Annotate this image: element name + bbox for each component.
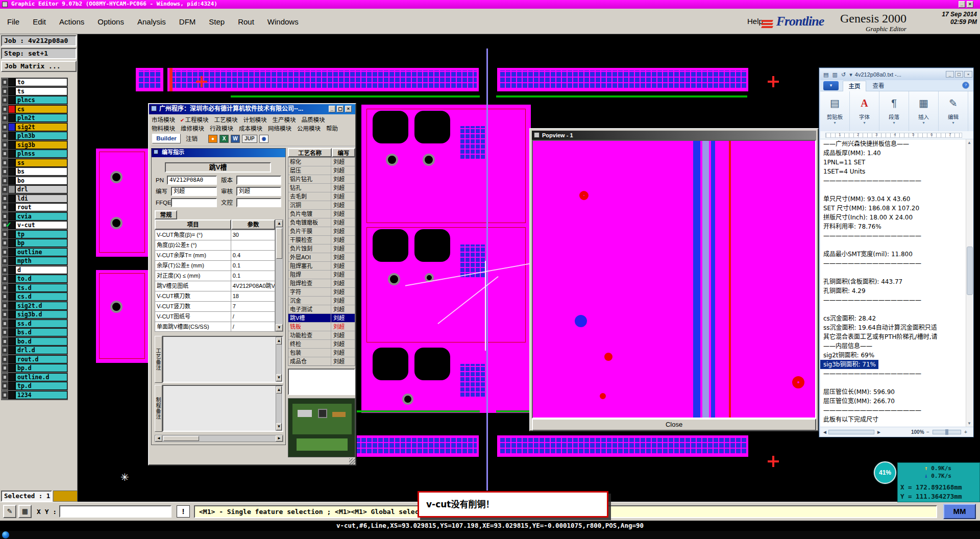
- minimize-button[interactable]: _: [959, 1, 965, 8]
- layer-name[interactable]: outline.d: [15, 373, 67, 381]
- zoom-slider-thumb[interactable]: [945, 429, 948, 435]
- layer-color-chip[interactable]: [8, 132, 15, 140]
- ribbon-group[interactable]: ✎ 编辑: [939, 91, 968, 131]
- layer-row[interactable]: sig3b.d: [2, 310, 67, 318]
- layer-name[interactable]: bp: [15, 239, 67, 247]
- param-scrollbar[interactable]: ▲ ▼: [275, 219, 283, 332]
- menu-item[interactable]: Actions: [59, 17, 84, 26]
- layer-color-chip[interactable]: [8, 382, 15, 390]
- scroll-down-icon[interactable]: ▼: [276, 423, 282, 430]
- layer-toggle-button[interactable]: [2, 337, 8, 346]
- layer-row[interactable]: bo: [2, 177, 67, 185]
- layer-color-chip[interactable]: [8, 364, 15, 372]
- process-row[interactable]: 外层AOI 刘超: [288, 253, 355, 262]
- ribbon-group[interactable]: A 字体: [850, 91, 879, 131]
- popview-close-button[interactable]: Close: [532, 419, 816, 431]
- layer-toggle-button[interactable]: [2, 320, 8, 328]
- param-row[interactable]: 余厚(T)公差± (mm) 0.1: [155, 261, 275, 271]
- process-row[interactable]: 棕化 刘超: [288, 158, 355, 166]
- layer-toggle-button[interactable]: [2, 96, 8, 104]
- module-tab[interactable]: 物料模块: [151, 125, 175, 133]
- layer-row[interactable]: tp: [2, 230, 67, 238]
- layer-row[interactable]: tp.d: [2, 382, 67, 390]
- zoom-in-icon[interactable]: +: [964, 429, 967, 435]
- process-row[interactable]: 层压 刘超: [288, 166, 355, 175]
- layer-toggle-button[interactable]: [2, 310, 8, 318]
- layer-toggle-button[interactable]: [2, 266, 8, 274]
- scroll-down-icon[interactable]: ▼: [967, 421, 971, 426]
- process-row[interactable]: 阻焊塞孔 刘超: [288, 262, 355, 271]
- layer-row[interactable]: v-cut ✓: [2, 221, 67, 229]
- doc-field[interactable]: [236, 198, 281, 207]
- layer-color-chip[interactable]: [8, 185, 15, 193]
- layer-color-chip[interactable]: [8, 248, 15, 256]
- layer-toggle-button[interactable]: [2, 292, 8, 301]
- zoom-slider[interactable]: [933, 430, 961, 434]
- param-value[interactable]: /: [231, 312, 275, 322]
- param-value[interactable]: [231, 240, 275, 250]
- scroll-right-icon[interactable]: ►: [876, 429, 881, 435]
- child-hscrollbar[interactable]: ◄ ►: [155, 435, 283, 442]
- layer-color-chip[interactable]: [8, 310, 15, 318]
- scrollbar-thumb[interactable]: [276, 228, 282, 259]
- module-tab[interactable]: 品质模块: [301, 116, 325, 124]
- app-menu-button[interactable]: ▾: [823, 81, 839, 90]
- notes2-tab[interactable]: 制程备注: [155, 385, 162, 432]
- param-value[interactable]: 0.4: [231, 251, 275, 260]
- layer-color-chip[interactable]: [8, 292, 15, 301]
- layer-color-chip[interactable]: [8, 78, 15, 86]
- vcut-line[interactable]: [486, 48, 488, 491]
- layer-color-chip[interactable]: [8, 167, 15, 176]
- param-row[interactable]: V-CUT横刀数 18: [155, 291, 275, 302]
- process-row[interactable]: 跳V槽 刘超: [288, 314, 355, 323]
- layer-toggle-button[interactable]: [2, 239, 8, 247]
- help-icon[interactable]: ?: [962, 82, 969, 89]
- layer-row[interactable]: bs: [2, 167, 67, 176]
- popview-canvas[interactable]: [532, 140, 816, 419]
- layer-toggle-button[interactable]: [2, 114, 8, 122]
- layer-row[interactable]: ldi: [2, 194, 67, 203]
- layer-row[interactable]: bp.d: [2, 364, 67, 372]
- save-icon[interactable]: ▥: [832, 71, 837, 78]
- layer-row[interactable]: cs: [2, 105, 67, 113]
- param-row[interactable]: 对正度(X) ≤ (mm) 0.1: [155, 271, 275, 281]
- layer-color-chip[interactable]: [8, 230, 15, 238]
- logout-tab[interactable]: 注销: [186, 134, 198, 143]
- notepad-vscrollbar[interactable]: ▲ ▼: [966, 139, 973, 427]
- ffqe-field[interactable]: [171, 198, 217, 207]
- jup-button[interactable]: JUP: [242, 135, 257, 143]
- process-row[interactable]: 铣板 刘超: [288, 323, 355, 331]
- layer-row[interactable]: ts: [2, 87, 67, 95]
- param-value[interactable]: 7: [231, 302, 275, 311]
- layer-color-chip[interactable]: [8, 194, 15, 203]
- scroll-left-icon[interactable]: ◄: [155, 435, 162, 442]
- layer-color-chip[interactable]: [8, 320, 15, 328]
- module-tab[interactable]: 生产模块: [272, 116, 296, 124]
- layer-row[interactable]: d: [2, 266, 67, 274]
- tab-view[interactable]: 查看: [868, 81, 889, 91]
- layer-name[interactable]: drl.d: [15, 346, 67, 354]
- layer-color-chip[interactable]: [8, 239, 15, 247]
- zoom-out-icon[interactable]: −: [926, 429, 929, 435]
- scroll-left-icon[interactable]: ◄: [822, 429, 827, 435]
- param-row[interactable]: V-CUT余厚T= (mm) 0.4: [155, 251, 275, 261]
- process-row[interactable]: 干膜检查 刘超: [288, 236, 355, 244]
- notepad-title-bar[interactable]: ▤ ▥ ↺ ▾ 4v212p08a0.txt -... _ ▢ ×: [820, 69, 973, 80]
- ribbon-group[interactable]: ▤ 剪贴板: [820, 91, 850, 131]
- units-toggle-button[interactable]: MM: [943, 504, 976, 519]
- menu-item[interactable]: Analysis: [137, 17, 166, 26]
- layer-name[interactable]: cvia: [15, 212, 67, 220]
- param-row[interactable]: 角度(β)公差± (°): [155, 240, 275, 251]
- layer-row[interactable]: drl: [2, 185, 67, 193]
- layer-color-chip[interactable]: [8, 337, 15, 346]
- layer-name[interactable]: bp.d: [15, 364, 67, 372]
- process-row[interactable]: 包装 刘超: [288, 349, 355, 357]
- undo-icon[interactable]: ↺: [841, 71, 846, 78]
- excel-icon[interactable]: X: [219, 135, 229, 143]
- popview-title-bar[interactable]: Popview - 1: [532, 131, 816, 140]
- layer-name[interactable]: outline: [15, 248, 67, 256]
- layer-row[interactable]: bo.d: [2, 337, 67, 346]
- param-row[interactable]: V-CUT角度(β)= (°) 30: [155, 230, 275, 240]
- layer-name[interactable]: sig3b: [15, 141, 67, 149]
- layer-toggle-button[interactable]: [2, 391, 8, 399]
